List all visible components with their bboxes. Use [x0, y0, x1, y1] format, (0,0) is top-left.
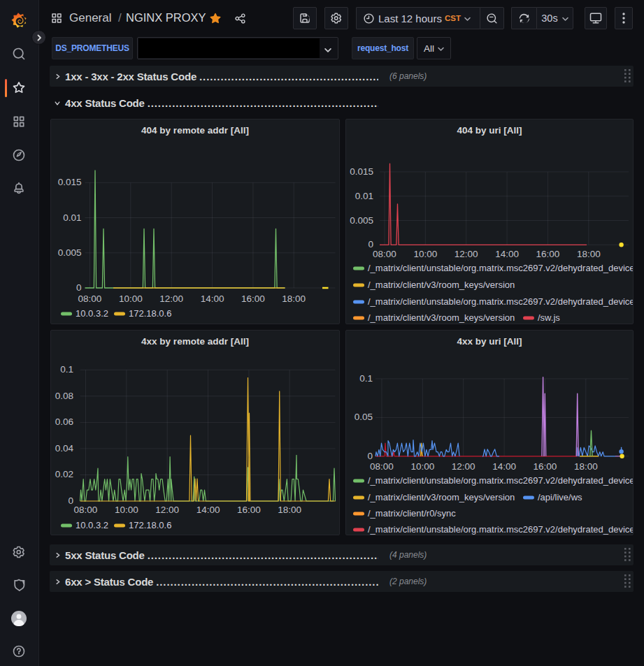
- svg-text:10.0.3.2: 10.0.3.2: [76, 308, 108, 319]
- svg-text:14:00: 14:00: [196, 505, 220, 515]
- svg-text:172.18.0.6: 172.18.0.6: [129, 308, 171, 319]
- svg-text:10:00: 10:00: [410, 461, 434, 472]
- svg-text:08:00: 08:00: [370, 461, 394, 472]
- svg-text:16:00: 16:00: [237, 505, 261, 515]
- svg-text:0.015: 0.015: [350, 166, 373, 177]
- svg-text:/_matrix/client/v3/room_keys/v: /_matrix/client/v3/room_keys/version: [368, 312, 515, 323]
- svg-text:10:00: 10:00: [115, 505, 138, 515]
- svg-text:10:00: 10:00: [119, 294, 143, 304]
- svg-text:0: 0: [76, 282, 82, 293]
- svg-text:/_matrix/client/unstable/org.m: /_matrix/client/unstable/org.matrix.msc2…: [368, 524, 633, 535]
- svg-text:08:00: 08:00: [74, 505, 98, 515]
- svg-text:18:00: 18:00: [282, 294, 306, 304]
- svg-text:0: 0: [367, 451, 373, 461]
- svg-text:0.005: 0.005: [58, 247, 82, 258]
- svg-text:0.01: 0.01: [63, 212, 81, 223]
- svg-text:18:00: 18:00: [278, 505, 301, 515]
- svg-text:18:00: 18:00: [574, 461, 598, 472]
- svg-text:12:00: 12:00: [155, 505, 179, 515]
- svg-text:14:00: 14:00: [492, 461, 516, 472]
- svg-text:14:00: 14:00: [495, 249, 519, 259]
- svg-text:0.06: 0.06: [55, 417, 73, 427]
- svg-text:08:00: 08:00: [373, 249, 396, 259]
- svg-text:/_matrix/client/unstable/org.m: /_matrix/client/unstable/org.matrix.msc2…: [368, 263, 633, 273]
- svg-text:172.18.0.6: 172.18.0.6: [129, 520, 171, 530]
- svg-text:12:00: 12:00: [455, 249, 478, 259]
- svg-text:0.05: 0.05: [355, 412, 373, 422]
- svg-text:0: 0: [68, 495, 73, 506]
- svg-text:0.015: 0.015: [58, 177, 82, 187]
- svg-text:/_matrix/client/v3/room_keys/v: /_matrix/client/v3/room_keys/version: [368, 492, 515, 502]
- svg-text:0.02: 0.02: [55, 469, 73, 479]
- svg-text:10.0.3.2: 10.0.3.2: [76, 520, 108, 530]
- svg-text:/api/live/ws: /api/live/ws: [538, 492, 582, 502]
- svg-text:0.08: 0.08: [55, 391, 73, 401]
- svg-text:08:00: 08:00: [78, 294, 102, 304]
- svg-text:10:00: 10:00: [413, 249, 437, 259]
- svg-text:0.1: 0.1: [359, 373, 373, 384]
- svg-text:/_matrix/client/unstable/org.m: /_matrix/client/unstable/org.matrix.msc2…: [368, 296, 633, 307]
- svg-text:0.005: 0.005: [350, 215, 373, 226]
- svg-text:/_matrix/client/v3/room_keys/v: /_matrix/client/v3/room_keys/version: [368, 280, 515, 290]
- svg-text:16:00: 16:00: [241, 294, 265, 304]
- svg-text:14:00: 14:00: [201, 294, 224, 304]
- svg-text:0.01: 0.01: [355, 191, 373, 201]
- svg-text:/_matrix/client/r0/sync: /_matrix/client/r0/sync: [368, 508, 456, 519]
- svg-text:0.1: 0.1: [60, 364, 73, 375]
- svg-text:12:00: 12:00: [452, 461, 475, 472]
- svg-text:0.04: 0.04: [55, 443, 74, 454]
- svg-text:/_matrix/client/unstable/org.m: /_matrix/client/unstable/org.matrix.msc2…: [368, 475, 633, 486]
- svg-text:16:00: 16:00: [536, 249, 560, 259]
- svg-text:12:00: 12:00: [159, 294, 183, 304]
- svg-text:18:00: 18:00: [577, 249, 601, 259]
- svg-text:/sw.js: /sw.js: [538, 312, 560, 323]
- svg-text:16:00: 16:00: [534, 461, 557, 472]
